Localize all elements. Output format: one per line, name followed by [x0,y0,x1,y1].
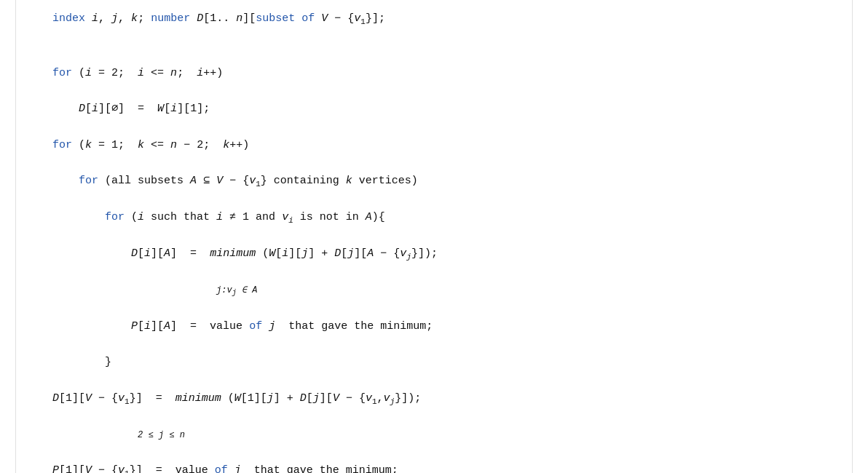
code-container: void travel (int n, const number W[][], … [15,0,853,473]
line-11: D[i][A] = minimum (W[i][j] + D[j][A − {v… [39,245,829,263]
line-16: 2 ≤ j ≤ n [39,426,829,445]
line-13: P[i][A] = value of j that gave the minim… [39,318,829,336]
line-4: index i, j, k; number D[1.. n][subset of… [39,10,829,28]
line-7: D[i][∅] = W[i][1]; [39,100,829,119]
line-8: for (k = 1; k <= n − 2; k++) [39,137,829,155]
code-block: void travel (int n, const number W[][], … [39,0,829,473]
line-6: for (i = 2; i <= n; i++) [39,65,829,83]
line-12: j:vj ∈ A [39,282,829,300]
line-15: D[1][V − {v1}] = minimum (W[1][j] + D[j]… [39,390,829,408]
line-17: P[1][V − {v1}] = value of j that gave th… [39,462,829,473]
line-14: } [39,354,829,372]
line-10: for (i such that i ≠ 1 and vi is not in … [39,209,829,227]
line-9: for (all subsets A ⊆ V − {v1} containing… [39,172,829,191]
